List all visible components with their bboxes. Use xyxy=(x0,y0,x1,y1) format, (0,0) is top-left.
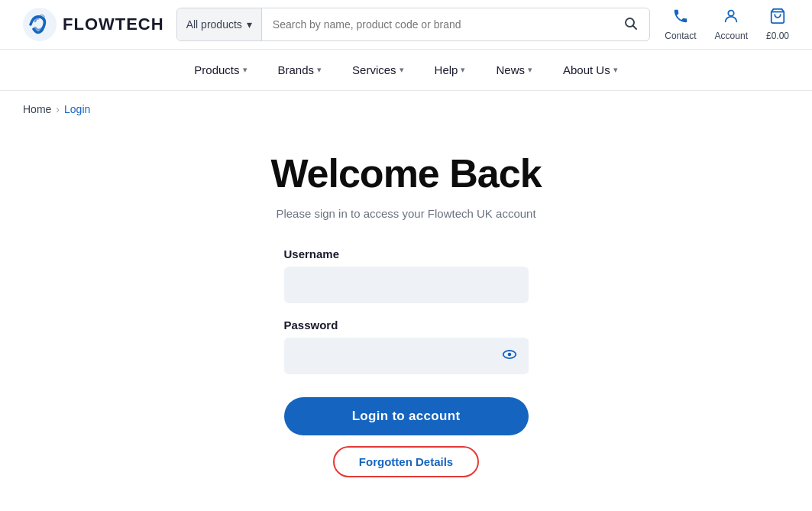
search-input[interactable] xyxy=(262,8,613,40)
person-icon xyxy=(723,8,739,29)
password-input-wrapper xyxy=(284,338,529,374)
chevron-down-icon: ▾ xyxy=(461,65,465,75)
breadcrumb-current: Login xyxy=(64,103,90,115)
svg-line-2 xyxy=(632,25,636,29)
password-input[interactable] xyxy=(284,338,529,374)
chevron-down-icon: ▾ xyxy=(400,65,404,75)
password-field-group: Password xyxy=(284,319,529,374)
cart-link[interactable]: £0.00 xyxy=(766,8,789,41)
chevron-down-icon: ▾ xyxy=(243,65,247,75)
contact-link[interactable]: Contact xyxy=(665,8,696,41)
search-icon xyxy=(623,16,639,34)
welcome-title: Welcome Back xyxy=(270,150,541,196)
breadcrumb-home[interactable]: Home xyxy=(23,103,51,115)
search-button[interactable] xyxy=(613,16,649,34)
welcome-subtitle: Please sign in to access your Flowtech U… xyxy=(276,207,535,220)
phone-icon xyxy=(672,8,689,29)
svg-point-0 xyxy=(23,8,57,41)
chevron-down-icon: ▾ xyxy=(528,65,532,75)
breadcrumb-separator: › xyxy=(56,103,60,115)
header: FLOWTECH All products ▾ Contact xyxy=(0,0,812,50)
nav-help[interactable]: Help ▾ xyxy=(422,50,478,90)
username-label: Username xyxy=(284,247,529,260)
breadcrumb: Home › Login xyxy=(0,91,812,128)
account-label: Account xyxy=(715,31,748,41)
chevron-down-icon: ▾ xyxy=(613,65,618,75)
logo-text: FLOWTECH xyxy=(63,15,164,34)
logo-link[interactable]: FLOWTECH xyxy=(23,8,164,41)
cart-label: £0.00 xyxy=(766,31,789,41)
nav-products[interactable]: Products ▾ xyxy=(182,50,259,90)
nav-services[interactable]: Services ▾ xyxy=(340,50,416,90)
nav-news[interactable]: News ▾ xyxy=(484,50,545,90)
account-link[interactable]: Account xyxy=(715,8,748,41)
cart-icon xyxy=(769,8,786,29)
password-label: Password xyxy=(284,319,529,332)
contact-label: Contact xyxy=(665,31,696,41)
nav-about[interactable]: About Us ▾ xyxy=(551,50,630,90)
svg-point-6 xyxy=(507,352,511,356)
nav-brands[interactable]: Brands ▾ xyxy=(266,50,335,90)
login-button[interactable]: Login to account xyxy=(284,397,529,435)
search-dropdown[interactable]: All products ▾ xyxy=(177,8,262,40)
chevron-down-icon: ▾ xyxy=(247,18,252,31)
svg-point-3 xyxy=(729,11,734,16)
toggle-password-icon[interactable] xyxy=(501,346,518,367)
username-input[interactable] xyxy=(284,267,529,303)
forgotten-details-button[interactable]: Forgotten Details xyxy=(333,446,479,477)
search-dropdown-label: All products xyxy=(186,18,242,31)
forgotten-btn-wrapper: Forgotten Details xyxy=(284,446,529,477)
logo-icon xyxy=(23,8,57,41)
search-bar: All products ▾ xyxy=(176,8,650,41)
nav-bar: Products ▾ Brands ▾ Services ▾ Help ▾ Ne… xyxy=(0,50,812,91)
main-content: Welcome Back Please sign in to access yo… xyxy=(0,128,812,511)
header-actions: Contact Account £0.00 xyxy=(665,8,789,41)
chevron-down-icon: ▾ xyxy=(317,65,322,75)
username-field-group: Username xyxy=(284,247,529,303)
